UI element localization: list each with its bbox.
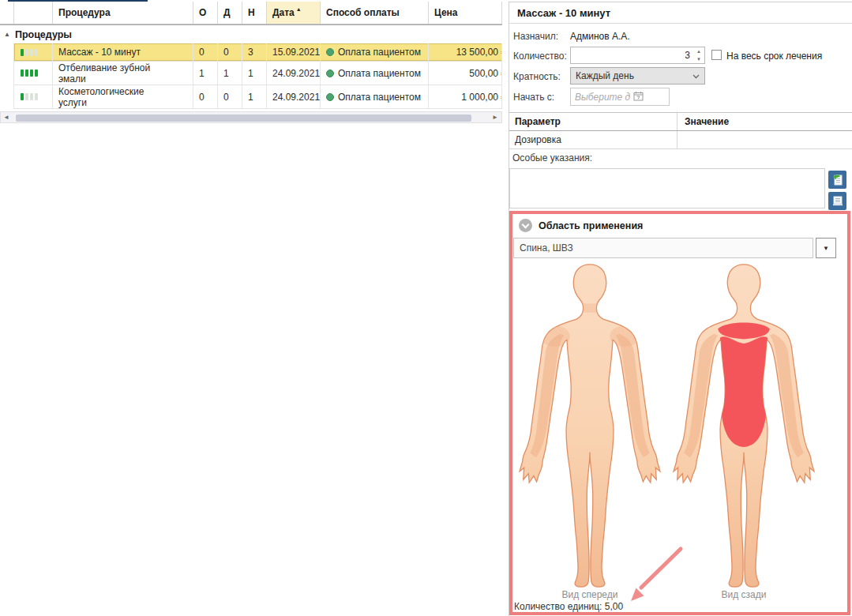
assigned-value: Админов А.А. (570, 31, 630, 42)
start-date-field[interactable]: Выберите д (570, 88, 670, 106)
group-row-procedures[interactable]: ▲ Процедуры (0, 24, 502, 43)
payment-method: Оплата пациентом (338, 92, 421, 103)
zones-dropdown-button[interactable]: ▼ (816, 238, 836, 258)
cell-d: 0 (218, 85, 242, 108)
row-indicator-cell (0, 62, 14, 85)
table-row[interactable]: Массаж - 10 минут 0 0 3 15.09.2021 Оплат… (0, 43, 502, 62)
start-date-placeholder: Выберите д (575, 92, 630, 103)
add-note-template-button[interactable] (828, 171, 846, 189)
parameters-header-row: Параметр Значение (509, 112, 852, 131)
value-column-header[interactable]: Значение (677, 113, 852, 130)
column-header-n[interactable]: Н (242, 2, 267, 24)
whole-period-checkbox[interactable] (711, 50, 722, 60)
row-indicator-cell (0, 85, 14, 109)
cell-d: 1 (218, 62, 242, 85)
procedure-name: Косметологические услуги (58, 86, 163, 108)
table-row[interactable]: Отбеливание зубной эмали 1 1 1 24.09.202… (0, 62, 502, 85)
column-header-procedure[interactable]: Процедура (53, 2, 193, 24)
group-label: Процедуры (15, 29, 72, 40)
procedure-name: Отбеливание зубной эмали (58, 62, 163, 85)
back-view-label: Вид сзади (667, 589, 820, 600)
payment-method: Оплата пациентом (338, 47, 421, 58)
notes-textarea[interactable] (509, 168, 825, 208)
section-collapse-button[interactable] (519, 219, 532, 232)
units-count-text: Количество единиц: 5,00 (514, 601, 623, 612)
cell-o: 0 (193, 43, 218, 61)
procedures-grid: Процедура О Д Н Дата ▲ Способ оплаты Цен… (0, 2, 502, 109)
parameter-row[interactable]: Дозировка (509, 131, 852, 149)
column-header-payment[interactable]: Способ оплаты (321, 2, 429, 24)
panel-title: Массаж - 10 минут (517, 7, 610, 19)
scroll-left-icon[interactable]: ◄ (1, 114, 12, 121)
column-header-d[interactable]: Д (218, 2, 242, 24)
frequency-label: Кратность: (513, 71, 561, 82)
sort-ascending-icon: ▲ (296, 6, 302, 12)
dropdown-arrow-icon: ▼ (823, 245, 829, 252)
notes-label: Особые указания: (512, 152, 592, 163)
payment-method: Оплата пациентом (338, 68, 421, 79)
param-name: Дозировка (509, 131, 677, 148)
whole-period-label: На весь срок лечения (726, 51, 822, 62)
scrollbar-thumb[interactable] (16, 115, 471, 122)
selected-zones-value: Спина, ШВЗ (520, 242, 573, 254)
application-area-section: Область применения Спина, ШВЗ ▼ (509, 211, 850, 615)
title-separator (509, 23, 852, 24)
spinner-buttons: ▲ ▼ (693, 47, 704, 63)
body-figure-front[interactable] (513, 262, 666, 588)
column-header-status[interactable] (14, 2, 53, 24)
cell-date: 15.09.2021 (267, 43, 321, 61)
app-window: Процедура О Д Н Дата ▲ Способ оплаты Цен… (0, 0, 852, 616)
cell-o: 0 (193, 85, 218, 108)
application-area-title: Область применения (539, 220, 643, 231)
cell-price: 13 500,00 ₽ (456, 47, 502, 58)
frequency-dropdown[interactable]: Каждый день (570, 67, 705, 85)
calendar-icon[interactable] (633, 90, 644, 104)
quantity-value: 3 (571, 50, 693, 61)
progress-indicator-icon (21, 49, 38, 56)
cell-price: 1 000,00 ₽ (461, 92, 502, 103)
document-stack-icon (831, 194, 844, 208)
table-row[interactable]: Косметологические услуги 0 0 1 24.09.202… (0, 85, 502, 109)
column-header-date-label: Дата (272, 7, 295, 18)
cell-n: 1 (242, 62, 267, 85)
group-collapse-icon[interactable]: ▲ (4, 31, 10, 38)
chevron-down-icon (522, 220, 530, 228)
param-value[interactable] (677, 131, 852, 148)
parameters-table: Параметр Значение Дозировка (509, 112, 852, 149)
assigned-label: Назначил: (513, 31, 558, 42)
dropdown-chevron-icon (692, 70, 700, 81)
cell-n: 1 (242, 85, 267, 108)
horizontal-scrollbar[interactable]: ◄ ► (0, 111, 502, 123)
payment-status-icon (326, 69, 334, 77)
note-templates-button[interactable] (828, 192, 846, 210)
column-header-date[interactable]: Дата ▲ (267, 2, 321, 24)
zones-field[interactable]: Спина, ШВЗ (513, 238, 813, 258)
quantity-label: Количество: (513, 51, 567, 62)
start-date-label: Начать с: (513, 92, 554, 103)
quantity-stepper[interactable]: 3 ▲ ▼ (570, 47, 705, 64)
procedure-detail-panel: Массаж - 10 минут Назначил: Админов А.А.… (509, 2, 852, 616)
progress-indicator-icon (21, 69, 38, 77)
spin-down-icon[interactable]: ▼ (693, 55, 704, 63)
cell-date: 24.09.2021 (267, 85, 321, 108)
units-value: 5,00 (605, 601, 623, 612)
cell-o: 1 (193, 62, 218, 85)
cell-date: 24.09.2021 (267, 62, 321, 85)
column-header-indicator[interactable] (0, 2, 14, 24)
body-figure-back[interactable] (667, 262, 820, 588)
param-column-header[interactable]: Параметр (509, 113, 677, 130)
grid-header-row: Процедура О Д Н Дата ▲ Способ оплаты Цен… (0, 2, 502, 24)
column-header-o[interactable]: О (193, 2, 218, 24)
payment-status-icon (326, 93, 334, 101)
front-view-label: Вид спереди (513, 589, 666, 600)
cell-d: 0 (218, 43, 242, 61)
column-header-price[interactable]: Цена (429, 2, 502, 24)
scroll-right-icon[interactable]: ► (490, 114, 501, 121)
row-indicator-cell (0, 43, 14, 62)
frequency-value: Каждый день (576, 70, 634, 81)
units-label: Количество единиц: (514, 601, 602, 612)
progress-indicator-icon (21, 93, 38, 100)
cell-n: 3 (242, 43, 267, 61)
procedure-name: Массаж - 10 минут (58, 47, 141, 58)
spin-up-icon[interactable]: ▲ (693, 47, 704, 55)
